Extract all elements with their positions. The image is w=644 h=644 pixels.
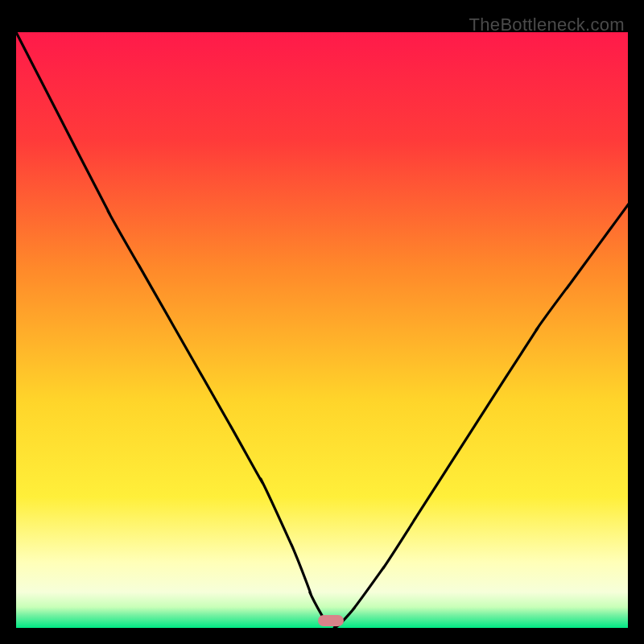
bottleneck-curve: [16, 32, 628, 628]
plot-area: [16, 32, 628, 628]
chart-frame: TheBottleneck.com: [8, 8, 636, 636]
optimum-marker: [318, 615, 344, 626]
